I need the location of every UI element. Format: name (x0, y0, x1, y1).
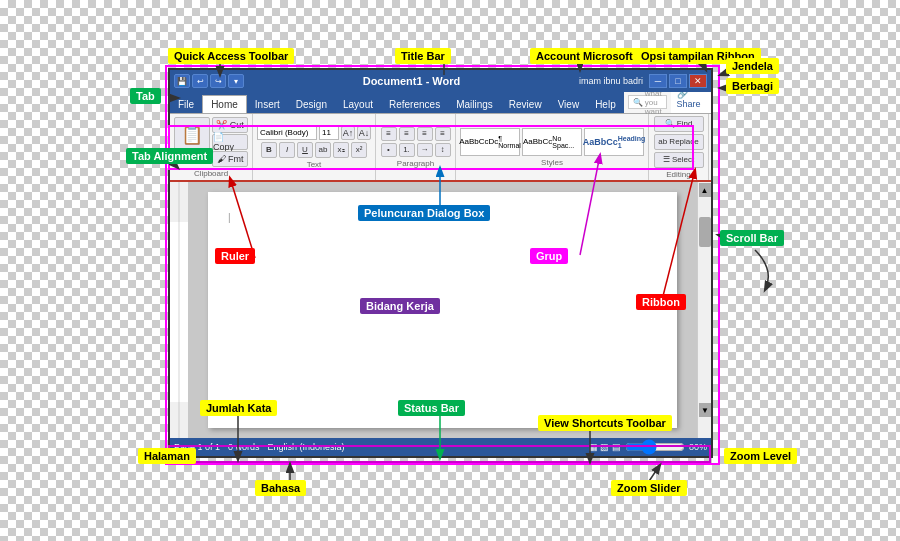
bullets-btn[interactable]: • (381, 143, 397, 157)
zoom-slider[interactable] (625, 439, 685, 455)
superscript-btn[interactable]: x² (351, 142, 367, 158)
label-zoom-level: Zoom Level (724, 448, 797, 464)
label-bahasa: Bahasa (255, 480, 306, 496)
font-controls-top: Calibri (Body) 11 A↑ A↓ (257, 126, 371, 140)
zoom-level: 80% (689, 442, 707, 452)
select-btn[interactable]: ☰ Select (654, 152, 704, 168)
ribbon-styles-section: AaBbCcDc¶ Normal AaBbCcNo Spac... AaBbCc… (456, 114, 649, 180)
label-tab: Tab (130, 88, 161, 104)
nospace-style[interactable]: AaBbCcNo Spac... (522, 128, 582, 156)
normal-style[interactable]: AaBbCcDc¶ Normal (460, 128, 520, 156)
tab-references[interactable]: References (381, 96, 448, 113)
label-view-shortcuts: View Shortcuts Toolbar (538, 415, 672, 431)
label-title-bar: Title Bar (395, 48, 451, 64)
strikethrough-btn[interactable]: ab (315, 142, 331, 158)
numbering-btn[interactable]: 1. (399, 143, 415, 157)
cut-btn[interactable]: ✂️ Cut (212, 117, 248, 133)
align-center-btn[interactable]: ≡ (399, 127, 415, 141)
ribbon-editing-section: 🔍 Find ab Replace ☰ Select Editing (649, 114, 709, 180)
font-label: Text (307, 160, 322, 169)
tab-view[interactable]: View (550, 96, 588, 113)
undo-btn[interactable]: ↩ (192, 74, 208, 88)
label-jumlah-kata: Jumlah Kata (200, 400, 277, 416)
label-grup: Grup (530, 248, 568, 264)
quick-access-toolbar: 💾 ↩ ↪ ▾ (170, 74, 244, 88)
search-bar[interactable]: 🔍 Tell me what you want to do (628, 95, 667, 109)
label-zoom-slider: Zoom Slider (611, 480, 687, 496)
status-right: ▦ ▧ ▤ 80% (589, 439, 707, 455)
status-bar: Page 1 of 1 0 words English (Indonesia) … (170, 438, 711, 456)
paragraph-label: Paragraph (397, 159, 434, 168)
ruler-v-svg (170, 182, 188, 442)
tab-layout[interactable]: Layout (335, 96, 381, 113)
shrink-font-btn[interactable]: A↓ (357, 126, 371, 140)
label-peluncuran-dialog-box: Peluncuran Dialog Box (358, 205, 490, 221)
indent-btn[interactable]: → (417, 143, 433, 157)
label-halaman: Halaman (138, 448, 196, 464)
label-ruler: Ruler (215, 248, 255, 264)
customize-btn[interactable]: ▾ (228, 74, 244, 88)
underline-btn[interactable]: U (297, 142, 313, 158)
format-painter-btn[interactable]: 🖌 Fmt (212, 151, 248, 167)
minimize-btn[interactable]: ─ (649, 74, 667, 88)
ribbon: 📋 ✂️ Cut 📄 Copy 🖌 Fmt Clipboard Calibri … (170, 114, 711, 182)
tab-home[interactable]: Home (202, 95, 247, 113)
tab-insert[interactable]: Insert (247, 96, 288, 113)
bold-btn[interactable]: B (261, 142, 277, 158)
heading1-style[interactable]: AaBbCcHeading 1 (584, 128, 644, 156)
view-shortcuts: ▦ ▧ ▤ (589, 442, 621, 452)
account-name: imam ibnu badri (579, 76, 643, 86)
redo-btn[interactable]: ↪ (210, 74, 226, 88)
search-bar-area: 🔍 Tell me what you want to do (624, 91, 671, 113)
window-controls: imam ibnu badri ─ □ ✕ (579, 74, 711, 88)
subscript-btn[interactable]: x₂ (333, 142, 349, 158)
clipboard-label: Clipboard (194, 169, 228, 178)
tab-help[interactable]: Help (587, 96, 624, 113)
editing-controls: 🔍 Find ab Replace ☰ Select (654, 116, 704, 168)
word-count: 0 words (228, 442, 260, 452)
tabs-bar: File Home Insert Design Layout Reference… (170, 92, 711, 114)
label-tab-alignment: Tab Alignment (126, 148, 213, 164)
font-size-box[interactable]: 11 (319, 126, 339, 140)
vertical-ruler (170, 182, 188, 438)
tab-file[interactable]: File (170, 96, 202, 113)
tab-mailings[interactable]: Mailings (448, 96, 501, 113)
styles-label: Styles (541, 158, 563, 167)
align-right-btn[interactable]: ≡ (417, 127, 433, 141)
cut-copy-btns: ✂️ Cut 📄 Copy 🖌 Fmt (212, 117, 248, 167)
label-scroll-bar: Scroll Bar (720, 230, 784, 246)
language-indicator: English (Indonesia) (268, 442, 345, 452)
find-btn[interactable]: 🔍 Find (654, 116, 704, 132)
paragraph-controls: ≡ ≡ ≡ ≡ • 1. → ↕ (381, 127, 451, 157)
font-name-box[interactable]: Calibri (Body) (257, 126, 317, 140)
maximize-btn[interactable]: □ (669, 74, 687, 88)
style-boxes: AaBbCcDc¶ Normal AaBbCcNo Spac... AaBbCc… (460, 128, 644, 156)
align-left-btn[interactable]: ≡ (381, 127, 397, 141)
copy-btn[interactable]: 📄 Copy (212, 134, 248, 150)
scrollbar-thumb[interactable] (699, 217, 711, 247)
replace-btn[interactable]: ab Replace (654, 134, 704, 150)
label-ribbon: Ribbon (636, 294, 686, 310)
tab-review[interactable]: Review (501, 96, 550, 113)
save-btn[interactable]: 💾 (174, 74, 190, 88)
label-berbagi: Berbagi (726, 78, 779, 94)
tab-design[interactable]: Design (288, 96, 335, 113)
spacing-btn[interactable]: ↕ (435, 143, 451, 157)
justify-btn[interactable]: ≡ (435, 127, 451, 141)
vertical-scrollbar[interactable]: ▲ ▼ (697, 182, 711, 438)
close-btn[interactable]: ✕ (689, 74, 707, 88)
editing-label: Editing (666, 170, 690, 179)
dialog-launcher-indicator: ↓ (438, 168, 443, 178)
title-bar-text: Document1 - Word (244, 75, 579, 87)
ribbon-font-section: Calibri (Body) 11 A↑ A↓ B I U ab x₂ x² T… (253, 114, 376, 180)
document-page[interactable]: | (208, 192, 677, 428)
label-status-bar: Status Bar (398, 400, 465, 416)
scroll-down-btn[interactable]: ▼ (699, 403, 711, 417)
scroll-up-btn[interactable]: ▲ (699, 183, 711, 197)
label-quick-access-toolbar: Quick Access Toolbar (168, 48, 294, 64)
grow-font-btn[interactable]: A↑ (341, 126, 355, 140)
italic-btn[interactable]: I (279, 142, 295, 158)
align-controls: ≡ ≡ ≡ ≡ (381, 127, 451, 141)
label-bidang-kerja: Bidang Kerja (360, 298, 440, 314)
ribbon-clipboard-section: 📋 ✂️ Cut 📄 Copy 🖌 Fmt Clipboard (170, 114, 253, 180)
